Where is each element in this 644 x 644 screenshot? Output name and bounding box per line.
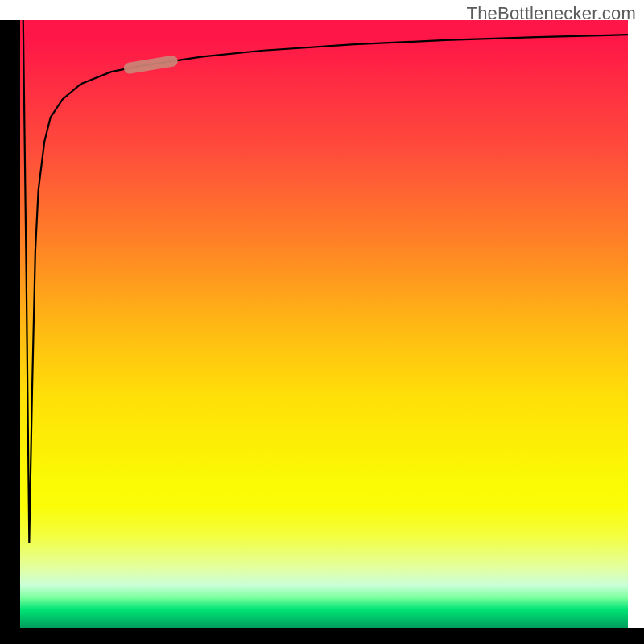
plot-area [20,20,628,628]
x-axis [0,628,644,644]
attribution-text: TheBottlenecker.com [467,3,636,24]
chart-canvas: TheBottlenecker.com [0,0,644,644]
y-axis [0,20,20,628]
